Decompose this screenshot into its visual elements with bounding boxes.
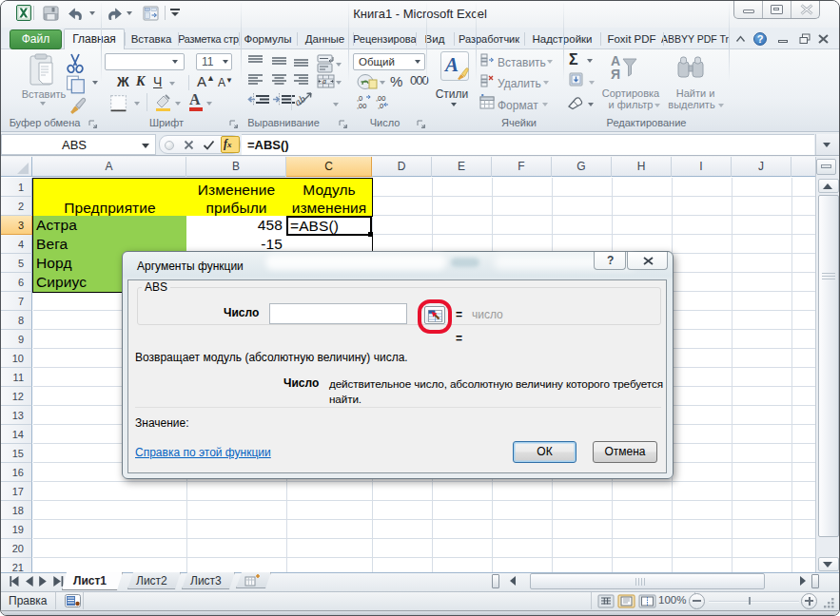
svg-text:,00: ,00 <box>357 102 366 109</box>
svg-text:,0: ,0 <box>378 102 383 109</box>
svg-text:a: a <box>322 77 326 86</box>
svg-text:ab: ab <box>292 92 307 107</box>
svg-text:Я: Я <box>611 67 620 82</box>
